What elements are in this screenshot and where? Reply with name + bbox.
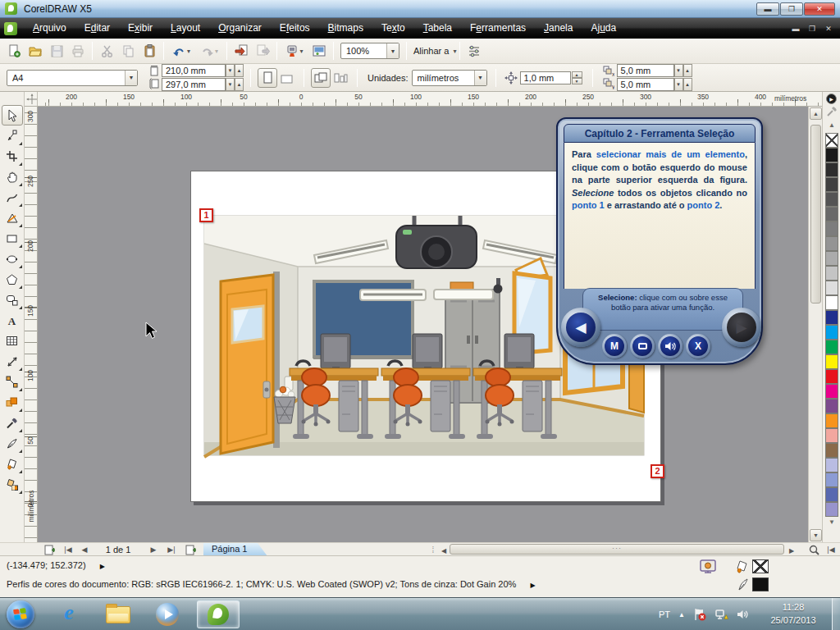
- menu-tabela[interactable]: Tabela: [414, 18, 461, 39]
- color-swatch-5[interactable]: [825, 221, 838, 236]
- freehand-tool[interactable]: [2, 187, 23, 208]
- taskbar-windows-explorer[interactable]: [97, 600, 139, 628]
- height-up-icon[interactable]: ▲: [235, 78, 244, 91]
- redo-dropdown-icon[interactable]: ▾: [215, 48, 218, 55]
- redo-button[interactable]: ▾: [195, 41, 223, 61]
- new-document-button[interactable]: [3, 41, 25, 61]
- parallel-dimension-tool[interactable]: [2, 351, 23, 372]
- import-button[interactable]: [231, 41, 252, 61]
- interactive-fill-tool[interactable]: [2, 474, 23, 495]
- cut-icon[interactable]: [96, 41, 117, 61]
- ellipse-tool[interactable]: [2, 249, 23, 269]
- palette-scroll-up-icon[interactable]: ▲: [825, 121, 838, 129]
- color-swatch-0[interactable]: [825, 148, 838, 162]
- width-up-icon[interactable]: ▲: [235, 64, 244, 77]
- h-ruler[interactable]: milímetros200150100500501001502002503003…: [38, 92, 822, 107]
- duplicate-y-field[interactable]: 5,0 mm: [617, 78, 674, 91]
- v-ruler[interactable]: milímetros300250200150100500: [25, 107, 38, 542]
- swatch-no-color[interactable]: [825, 133, 838, 148]
- add-page-button[interactable]: [43, 544, 56, 555]
- menu-layout[interactable]: Layout: [162, 18, 209, 39]
- color-eyedropper-tool[interactable]: [2, 413, 23, 433]
- tray-expand-icon[interactable]: ▲: [678, 611, 685, 619]
- paste-button[interactable]: [139, 41, 160, 61]
- add-page-button-2[interactable]: [184, 544, 197, 555]
- network-icon[interactable]: [714, 608, 728, 621]
- all-pages-button[interactable]: [311, 68, 331, 88]
- undo-dropdown-icon[interactable]: ▾: [187, 48, 190, 55]
- color-swatch-13[interactable]: [825, 340, 838, 354]
- palette-home-icon[interactable]: |◀: [824, 544, 838, 555]
- portrait-button[interactable]: [258, 68, 277, 88]
- color-swatch-10[interactable]: [825, 295, 838, 310]
- paper-size-combo[interactable]: A4 ▼: [7, 70, 138, 86]
- tutorial-forward-button[interactable]: ▶: [722, 308, 761, 347]
- color-swatch-12[interactable]: [825, 325, 838, 340]
- smart-drawing-tool[interactable]: [2, 208, 23, 228]
- page-width-field[interactable]: 210,0 mm: [162, 64, 226, 77]
- pick-tool[interactable]: [2, 105, 23, 126]
- show-desktop-button[interactable]: [832, 598, 840, 630]
- taskbar-media-player[interactable]: [146, 600, 189, 628]
- doc-close-icon[interactable]: ✕: [822, 25, 835, 33]
- basic-shapes-tool[interactable]: [2, 290, 23, 310]
- color-swatch-6[interactable]: [825, 236, 838, 251]
- blend-tool[interactable]: [2, 392, 23, 413]
- hscroll-thumb[interactable]: ···: [450, 544, 784, 555]
- corel-menu-icon[interactable]: [4, 22, 17, 35]
- next-page-icon[interactable]: ▶: [148, 544, 159, 555]
- color-swatch-9[interactable]: [825, 281, 838, 295]
- language-indicator[interactable]: PT: [659, 609, 670, 619]
- application-launcher-button[interactable]: ▾: [281, 41, 308, 61]
- menu-texto[interactable]: Texto: [372, 18, 414, 39]
- crop-tool[interactable]: [2, 146, 23, 167]
- doc-minimize-icon[interactable]: ▬: [789, 25, 802, 33]
- align-to-label[interactable]: Alinhar a: [410, 46, 452, 56]
- color-swatch-11[interactable]: [825, 310, 838, 325]
- dupx-down-icon[interactable]: ▼: [674, 64, 683, 77]
- proof-colors-icon[interactable]: [699, 559, 717, 575]
- zoom-level-combo[interactable]: 100% ▼: [340, 43, 399, 59]
- start-button[interactable]: [7, 600, 34, 628]
- nudge-down-icon[interactable]: ▼: [572, 78, 582, 84]
- print-button[interactable]: [67, 41, 89, 61]
- color-swatch-2[interactable]: [825, 177, 838, 192]
- tutorial-link[interactable]: ponto 2: [687, 200, 720, 210]
- color-swatch-4[interactable]: [825, 207, 838, 221]
- vertical-scrollbar[interactable]: ▲ ▼: [808, 107, 822, 542]
- doc-restore-icon[interactable]: ❐: [806, 25, 819, 33]
- menu-ferramentas[interactable]: Ferramentas: [461, 18, 535, 39]
- save-button[interactable]: [46, 41, 67, 61]
- color-swatch-8[interactable]: [825, 266, 838, 281]
- text-tool[interactable]: A: [2, 310, 23, 331]
- menu-ajuda[interactable]: Ajuda: [582, 18, 625, 39]
- page-tab[interactable]: Página 1: [203, 543, 267, 556]
- open-button[interactable]: [25, 41, 46, 61]
- menu-editar[interactable]: Editar: [75, 18, 119, 39]
- color-swatch-19[interactable]: [825, 428, 838, 443]
- outline-pen-tool[interactable]: [2, 433, 23, 454]
- color-swatch-14[interactable]: [825, 354, 838, 369]
- color-swatch-17[interactable]: [825, 399, 838, 413]
- nudge-up-icon[interactable]: ▲: [572, 71, 582, 78]
- height-down-icon[interactable]: ▼: [226, 78, 235, 91]
- color-swatch-24[interactable]: [825, 502, 838, 517]
- point-1-marker[interactable]: 1: [199, 208, 213, 222]
- landscape-button[interactable]: [277, 68, 297, 88]
- dupy-down-icon[interactable]: ▼: [674, 78, 683, 91]
- tutorial-link[interactable]: ponto 1: [572, 200, 605, 210]
- menu-exibir[interactable]: Exibir: [119, 18, 162, 39]
- dupy-up-icon[interactable]: ▲: [683, 78, 692, 91]
- horizontal-scrollbar[interactable]: ◀ ··· ▶: [440, 544, 806, 555]
- drawing-canvas[interactable]: 1 2 Capítulo 2 - Ferramenta Seleção Para…: [38, 107, 808, 542]
- nudge-field[interactable]: 1,0 mm: [520, 71, 571, 84]
- pan-tool[interactable]: [2, 167, 23, 187]
- color-swatch-23[interactable]: [825, 487, 838, 502]
- duplicate-x-field[interactable]: 5,0 mm: [617, 64, 674, 77]
- zoom-dropdown-icon[interactable]: ▼: [386, 43, 399, 58]
- dupx-up-icon[interactable]: ▲: [683, 64, 692, 77]
- copy-icon[interactable]: [117, 41, 139, 61]
- width-down-icon[interactable]: ▼: [226, 64, 235, 77]
- table-tool[interactable]: [2, 331, 23, 351]
- fill-tool[interactable]: [2, 454, 23, 474]
